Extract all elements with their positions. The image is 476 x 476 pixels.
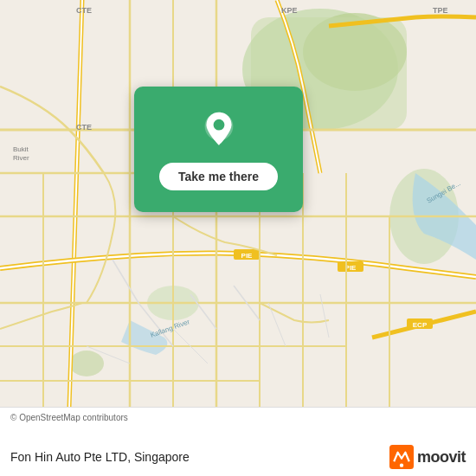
svg-text:CTE: CTE [76,123,92,132]
map-container: PIE PIE ECP CTE KPE TPE CTE [0,0,476,407]
moovit-brand-text: moovit [417,448,466,466]
location-name: Fon Hin Auto Pte LTD, Singapore [10,450,190,464]
location-card[interactable]: Take me there [134,87,303,212]
svg-point-47 [213,119,224,130]
svg-text:ECP: ECP [413,321,428,329]
svg-text:CTE: CTE [76,6,92,15]
footer: Fon Hin Auto Pte LTD, Singapore moovit [10,445,466,469]
svg-text:TPE: TPE [433,6,448,15]
svg-text:Bukit: Bukit [13,145,29,153]
svg-text:River: River [13,154,29,162]
bottom-bar: © OpenStreetMap contributors Fon Hin Aut… [0,407,476,476]
svg-point-6 [69,351,104,376]
svg-text:PIE: PIE [241,252,254,260]
moovit-icon [389,445,414,469]
map-pin-icon [197,109,241,152]
map-attribution: © OpenStreetMap contributors [10,413,466,422]
svg-point-49 [400,463,403,466]
take-me-there-button[interactable]: Take me there [159,163,278,190]
moovit-logo: moovit [389,445,466,469]
svg-text:KPE: KPE [281,6,298,15]
